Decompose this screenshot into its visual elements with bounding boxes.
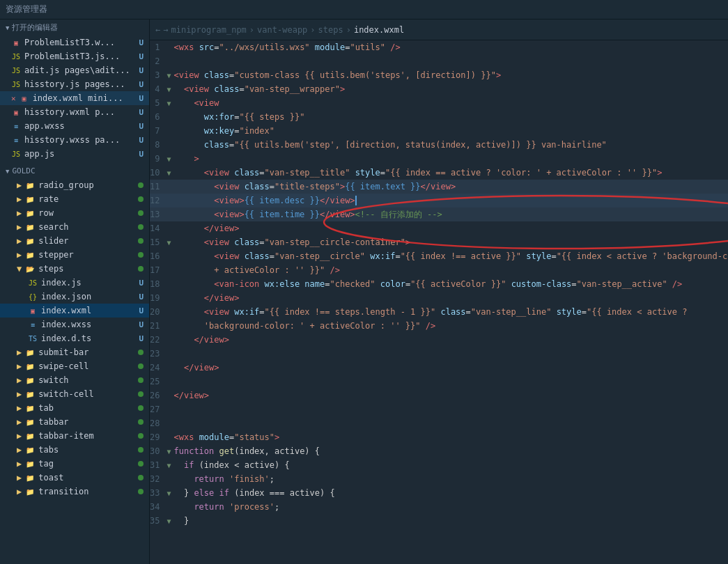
file-icon: {} xyxy=(28,292,38,301)
folder-icon: ▶ xyxy=(17,194,22,204)
open-editor-item[interactable]: JS ProblemListT3.js... U xyxy=(0,49,149,63)
code-line-10: 10 ▼ <view class="van-step__title" style… xyxy=(150,166,728,180)
folder-icon: ▶ xyxy=(17,222,22,232)
path-sep: vant-weapp xyxy=(257,25,307,35)
open-editor-item[interactable]: ▣ ProblemListT3.w... U xyxy=(0,36,149,49)
file-icon: JS xyxy=(11,65,21,75)
tree-item-tab[interactable]: ▶ 📁 tab xyxy=(0,401,149,415)
tree-item-switch-cell[interactable]: ▶ 📁 switch-cell xyxy=(0,387,149,401)
open-editor-item[interactable]: ≡ app.wxss U xyxy=(0,119,149,133)
file-icon: ▣ xyxy=(11,107,21,117)
goldc-chevron: ▼ xyxy=(6,168,9,175)
file-icon: ≡ xyxy=(11,135,21,145)
goldc-section-header[interactable]: ▼ GOLDC xyxy=(0,164,149,178)
status-dot xyxy=(138,210,144,216)
folder-icon-shape: 📁 xyxy=(25,403,35,413)
tree-item-switch[interactable]: ▶ 📁 switch xyxy=(0,373,149,387)
code-line-22: 22 </view> xyxy=(150,333,728,347)
folder-icon-shape: 📁 xyxy=(25,417,35,427)
tree-item-stepper[interactable]: ▶ 📁 stepper xyxy=(0,248,149,262)
code-line-12: 12 <view>{{ item.desc }}</view> xyxy=(150,194,728,207)
tree-item-rate[interactable]: ▶ 📁 rate xyxy=(0,192,149,206)
file-icon: ≡ xyxy=(11,121,21,131)
status-dot xyxy=(138,447,144,453)
tree-item-tabbar-item[interactable]: ▶ 📁 tabbar-item xyxy=(0,429,149,443)
status-dot xyxy=(138,461,144,467)
close-icon[interactable]: ✕ xyxy=(11,94,16,103)
folder-icon-shape: 📂 xyxy=(25,264,35,274)
tree-item-row[interactable]: ▶ 📁 row xyxy=(0,206,149,220)
code-line-18: 18 <van-icon wx:else name="checked" colo… xyxy=(150,277,728,291)
folder-icon-shape: 📁 xyxy=(25,222,35,232)
open-editor-item[interactable]: ≡ hisstory.wxss pa... U xyxy=(0,133,149,147)
code-line-33: 33 ▼ } else if (index === active) { xyxy=(150,486,728,500)
path-sep: steps xyxy=(318,25,343,35)
folder-icon-shape: 📁 xyxy=(25,347,35,357)
tree-item-tag[interactable]: ▶ 📁 tag xyxy=(0,457,149,471)
main-layout: ▼ 打开的编辑器 ▣ ProblemListT3.w... U JS Probl… xyxy=(0,19,728,564)
status-dot xyxy=(138,252,144,258)
path-sep: › xyxy=(249,25,254,35)
tree-item-index-ts[interactable]: TS index.d.ts U xyxy=(0,331,149,345)
tree-item-index-wxml[interactable]: ▣ index.wxml U xyxy=(0,304,149,318)
status-dot xyxy=(138,419,144,425)
open-editors-chevron: ▼ xyxy=(6,24,9,31)
folder-icon: ▶ xyxy=(17,208,22,218)
code-table: 1 <wxs src="../wxs/utils.wxs" module="ut… xyxy=(150,40,728,528)
tree-item-search[interactable]: ▶ 📁 search xyxy=(0,220,149,234)
status-dot xyxy=(138,475,144,480)
tree-item-transition[interactable]: ▶ 📁 transition xyxy=(0,485,149,499)
path-sep: › xyxy=(346,25,351,35)
open-editors-label: 打开的编辑器 xyxy=(12,22,58,33)
open-editor-item[interactable]: ▣ hisstory.wxml p... U xyxy=(0,105,149,119)
folder-icon: ▶ xyxy=(17,487,22,496)
folder-icon: ▶ xyxy=(17,347,22,357)
nav-back[interactable]: ← xyxy=(155,25,160,35)
open-editor-item[interactable]: JS hisstory.js pages... U xyxy=(0,77,149,91)
tree-item-tabs[interactable]: ▶ 📁 tabs xyxy=(0,443,149,457)
nav-forward[interactable]: → xyxy=(163,25,168,35)
folder-icon: ▶ xyxy=(17,180,22,190)
code-line-23: 23 xyxy=(150,347,728,361)
code-line-35: 35 ▼ } xyxy=(150,514,728,528)
folder-icon-shape: 📁 xyxy=(25,208,35,218)
open-editor-item[interactable]: JS app.js U xyxy=(0,147,149,161)
open-editor-item[interactable]: ✕ ▣ index.wxml mini... U xyxy=(0,91,149,105)
status-dot xyxy=(138,433,144,439)
status-dot xyxy=(138,182,144,188)
folder-icon: ▶ xyxy=(17,250,22,260)
code-line-8: 8 class="{{ utils.bem('step', [direction… xyxy=(150,138,728,152)
code-line-3: 3 ▼ <view class="custom-class {{ utils.b… xyxy=(150,68,728,82)
open-editor-item[interactable]: JS adit.js pages\adit... U xyxy=(0,63,149,77)
code-line-1: 1 <wxs src="../wxs/utils.wxs" module="ut… xyxy=(150,40,728,54)
status-dot xyxy=(138,363,144,369)
code-line-27: 27 xyxy=(150,402,728,416)
code-line-13: 13 <view>{{ item.time }}</view><!-- 自行添加… xyxy=(150,207,728,221)
tree-item-steps[interactable]: ▼ 📂 steps xyxy=(0,262,149,276)
tree-item-swipe-cell[interactable]: ▶ 📁 swipe-cell xyxy=(0,359,149,373)
tree-item-index-js[interactable]: JS index.js U xyxy=(0,276,149,290)
file-icon: ≡ xyxy=(28,320,38,329)
folder-icon: ▶ xyxy=(17,459,22,469)
folder-icon-shape: 📁 xyxy=(25,194,35,204)
tree-item-index-json[interactable]: {} index.json U xyxy=(0,290,149,304)
folder-icon-shape: 📁 xyxy=(25,375,35,385)
status-dot xyxy=(138,391,144,397)
code-line-30: 30 ▼ function get(index, active) { xyxy=(150,444,728,458)
folder-icon-shape: 📁 xyxy=(25,431,35,441)
status-dot xyxy=(138,350,144,355)
code-line-16: 16 <view class="van-step__circle" wx:if=… xyxy=(150,249,728,263)
tree-item-slider[interactable]: ▶ 📁 slider xyxy=(0,234,149,248)
tree-item-toast[interactable]: ▶ 📁 toast xyxy=(0,471,149,485)
open-editors-header[interactable]: ▼ 打开的编辑器 xyxy=(0,19,149,36)
code-line-11: 11 <view class="title-steps">{{ item.tex… xyxy=(150,180,728,194)
tree-item-tabbar[interactable]: ▶ 📁 tabbar xyxy=(0,415,149,429)
tree-item-submit-bar[interactable]: ▶ 📁 submit-bar xyxy=(0,345,149,359)
path-sep: miniprogram_npm xyxy=(171,25,246,35)
code-line-34: 34 return 'process'; xyxy=(150,500,728,514)
code-line-2: 2 xyxy=(150,54,728,68)
code-line-25: 25 xyxy=(150,375,728,389)
code-container[interactable]: 1 <wxs src="../wxs/utils.wxs" module="ut… xyxy=(150,40,728,564)
tree-item-radio-group[interactable]: ▶ 📁 radio_group xyxy=(0,178,149,192)
tree-item-index-wxss[interactable]: ≡ index.wxss U xyxy=(0,318,149,331)
